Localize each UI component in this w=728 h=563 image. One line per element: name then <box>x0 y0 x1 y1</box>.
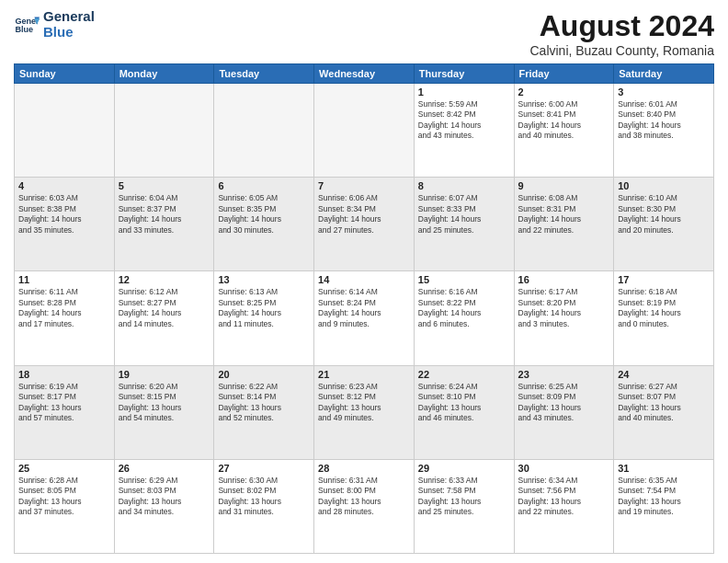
day-number: 5 <box>119 180 210 191</box>
calendar-row-2: 11Sunrise: 6:11 AMSunset: 8:28 PMDayligh… <box>15 271 714 365</box>
calendar-cell: 12Sunrise: 6:12 AMSunset: 8:27 PMDayligh… <box>114 271 214 365</box>
calendar-cell: 18Sunrise: 6:19 AMSunset: 8:17 PMDayligh… <box>15 365 115 459</box>
calendar-cell: 3Sunrise: 6:01 AMSunset: 8:40 PMDaylight… <box>614 84 714 178</box>
day-number: 8 <box>418 180 510 191</box>
day-info: Sunrise: 5:59 AMSunset: 8:42 PMDaylight:… <box>418 99 510 142</box>
day-number: 10 <box>618 180 710 191</box>
day-number: 21 <box>318 369 410 380</box>
calendar-cell: 22Sunrise: 6:24 AMSunset: 8:10 PMDayligh… <box>414 365 514 459</box>
day-info: Sunrise: 6:17 AMSunset: 8:20 PMDaylight:… <box>518 287 610 329</box>
calendar-cell: 11Sunrise: 6:11 AMSunset: 8:28 PMDayligh… <box>15 271 115 365</box>
calendar-cell <box>214 84 314 178</box>
calendar-cell <box>114 84 214 178</box>
calendar-cell: 15Sunrise: 6:16 AMSunset: 8:22 PMDayligh… <box>414 271 514 365</box>
day-number: 26 <box>119 463 210 474</box>
day-number: 29 <box>418 463 510 474</box>
day-info: Sunrise: 6:24 AMSunset: 8:10 PMDaylight:… <box>418 382 510 424</box>
weekday-header-friday: Friday <box>514 64 614 84</box>
calendar-cell: 9Sunrise: 6:08 AMSunset: 8:31 PMDaylight… <box>514 178 614 271</box>
page: General Blue General Blue August 2024 Ca… <box>0 0 728 563</box>
day-info: Sunrise: 6:31 AMSunset: 8:00 PMDaylight:… <box>318 476 410 518</box>
calendar-cell: 24Sunrise: 6:27 AMSunset: 8:07 PMDayligh… <box>614 365 714 459</box>
day-number: 23 <box>518 369 610 380</box>
weekday-header-saturday: Saturday <box>614 64 714 84</box>
day-info: Sunrise: 6:34 AMSunset: 7:56 PMDaylight:… <box>518 476 610 518</box>
calendar-cell: 28Sunrise: 6:31 AMSunset: 8:00 PMDayligh… <box>314 459 415 553</box>
day-number: 22 <box>418 369 510 380</box>
logo-blue: Blue <box>43 25 95 40</box>
day-info: Sunrise: 6:14 AMSunset: 8:24 PMDaylight:… <box>318 287 410 329</box>
day-info: Sunrise: 6:22 AMSunset: 8:14 PMDaylight:… <box>218 382 310 424</box>
day-info: Sunrise: 6:27 AMSunset: 8:07 PMDaylight:… <box>618 382 710 424</box>
day-info: Sunrise: 6:35 AMSunset: 7:54 PMDaylight:… <box>618 476 710 518</box>
day-info: Sunrise: 6:08 AMSunset: 8:31 PMDaylight:… <box>518 193 610 236</box>
calendar-cell: 23Sunrise: 6:25 AMSunset: 8:09 PMDayligh… <box>514 365 614 459</box>
location-subtitle: Calvini, Buzau County, Romania <box>529 43 714 58</box>
day-info: Sunrise: 6:12 AMSunset: 8:27 PMDaylight:… <box>119 287 210 329</box>
day-info: Sunrise: 6:33 AMSunset: 7:58 PMDaylight:… <box>418 476 510 518</box>
calendar-row-0: 1Sunrise: 5:59 AMSunset: 8:42 PMDaylight… <box>15 84 714 178</box>
calendar-cell: 31Sunrise: 6:35 AMSunset: 7:54 PMDayligh… <box>614 459 714 553</box>
calendar-row-3: 18Sunrise: 6:19 AMSunset: 8:17 PMDayligh… <box>15 365 714 459</box>
calendar-cell: 8Sunrise: 6:07 AMSunset: 8:33 PMDaylight… <box>414 178 514 271</box>
day-info: Sunrise: 6:03 AMSunset: 8:38 PMDaylight:… <box>18 193 110 236</box>
day-number: 17 <box>618 274 710 285</box>
day-info: Sunrise: 6:00 AMSunset: 8:41 PMDaylight:… <box>518 99 610 142</box>
day-number: 13 <box>218 274 310 285</box>
day-number: 28 <box>318 463 410 474</box>
calendar-cell: 13Sunrise: 6:13 AMSunset: 8:25 PMDayligh… <box>214 271 314 365</box>
day-number: 16 <box>518 274 610 285</box>
day-number: 3 <box>618 86 710 98</box>
day-info: Sunrise: 6:16 AMSunset: 8:22 PMDaylight:… <box>418 287 510 329</box>
day-number: 14 <box>318 274 410 285</box>
logo-icon: General Blue <box>14 12 40 38</box>
calendar-cell: 14Sunrise: 6:14 AMSunset: 8:24 PMDayligh… <box>314 271 415 365</box>
day-number: 25 <box>18 463 110 474</box>
logo: General Blue General Blue <box>14 9 95 40</box>
calendar-cell: 1Sunrise: 5:59 AMSunset: 8:42 PMDaylight… <box>414 84 514 178</box>
calendar-cell: 25Sunrise: 6:28 AMSunset: 8:05 PMDayligh… <box>15 459 115 553</box>
day-number: 12 <box>119 274 210 285</box>
weekday-header-monday: Monday <box>114 64 214 84</box>
day-number: 6 <box>218 180 310 191</box>
calendar-cell <box>15 84 115 178</box>
calendar-cell: 2Sunrise: 6:00 AMSunset: 8:41 PMDaylight… <box>514 84 614 178</box>
day-number: 31 <box>618 463 710 474</box>
calendar-cell: 30Sunrise: 6:34 AMSunset: 7:56 PMDayligh… <box>514 459 614 553</box>
calendar-cell: 6Sunrise: 6:05 AMSunset: 8:35 PMDaylight… <box>214 178 314 271</box>
day-number: 1 <box>418 86 510 98</box>
title-block: August 2024 Calvini, Buzau County, Roman… <box>529 9 714 58</box>
day-info: Sunrise: 6:04 AMSunset: 8:37 PMDaylight:… <box>119 193 210 236</box>
header: General Blue General Blue August 2024 Ca… <box>14 9 714 58</box>
weekday-header-sunday: Sunday <box>15 64 115 84</box>
logo-general: General <box>43 9 95 25</box>
calendar-cell <box>314 84 415 178</box>
weekday-header-wednesday: Wednesday <box>314 64 415 84</box>
day-info: Sunrise: 6:29 AMSunset: 8:03 PMDaylight:… <box>119 476 210 518</box>
calendar-row-4: 25Sunrise: 6:28 AMSunset: 8:05 PMDayligh… <box>15 459 714 553</box>
calendar-cell: 5Sunrise: 6:04 AMSunset: 8:37 PMDaylight… <box>114 178 214 271</box>
day-number: 20 <box>218 369 310 380</box>
calendar-cell: 10Sunrise: 6:10 AMSunset: 8:30 PMDayligh… <box>614 178 714 271</box>
day-number: 30 <box>518 463 610 474</box>
day-info: Sunrise: 6:06 AMSunset: 8:34 PMDaylight:… <box>318 193 410 236</box>
day-number: 24 <box>618 369 710 380</box>
calendar-cell: 26Sunrise: 6:29 AMSunset: 8:03 PMDayligh… <box>114 459 214 553</box>
day-number: 4 <box>18 180 110 191</box>
day-number: 18 <box>18 369 110 380</box>
day-info: Sunrise: 6:18 AMSunset: 8:19 PMDaylight:… <box>618 287 710 329</box>
weekday-header-thursday: Thursday <box>414 64 514 84</box>
calendar-cell: 4Sunrise: 6:03 AMSunset: 8:38 PMDaylight… <box>15 178 115 271</box>
calendar-cell: 20Sunrise: 6:22 AMSunset: 8:14 PMDayligh… <box>214 365 314 459</box>
calendar-cell: 16Sunrise: 6:17 AMSunset: 8:20 PMDayligh… <box>514 271 614 365</box>
day-info: Sunrise: 6:10 AMSunset: 8:30 PMDaylight:… <box>618 193 710 236</box>
day-info: Sunrise: 6:23 AMSunset: 8:12 PMDaylight:… <box>318 382 410 424</box>
month-title: August 2024 <box>529 9 714 43</box>
day-info: Sunrise: 6:01 AMSunset: 8:40 PMDaylight:… <box>618 99 710 142</box>
day-number: 9 <box>518 180 610 191</box>
calendar-cell: 21Sunrise: 6:23 AMSunset: 8:12 PMDayligh… <box>314 365 415 459</box>
day-info: Sunrise: 6:28 AMSunset: 8:05 PMDaylight:… <box>18 476 110 518</box>
day-info: Sunrise: 6:11 AMSunset: 8:28 PMDaylight:… <box>18 287 110 329</box>
calendar-table: SundayMondayTuesdayWednesdayThursdayFrid… <box>14 63 714 554</box>
calendar-row-1: 4Sunrise: 6:03 AMSunset: 8:38 PMDaylight… <box>15 178 714 271</box>
